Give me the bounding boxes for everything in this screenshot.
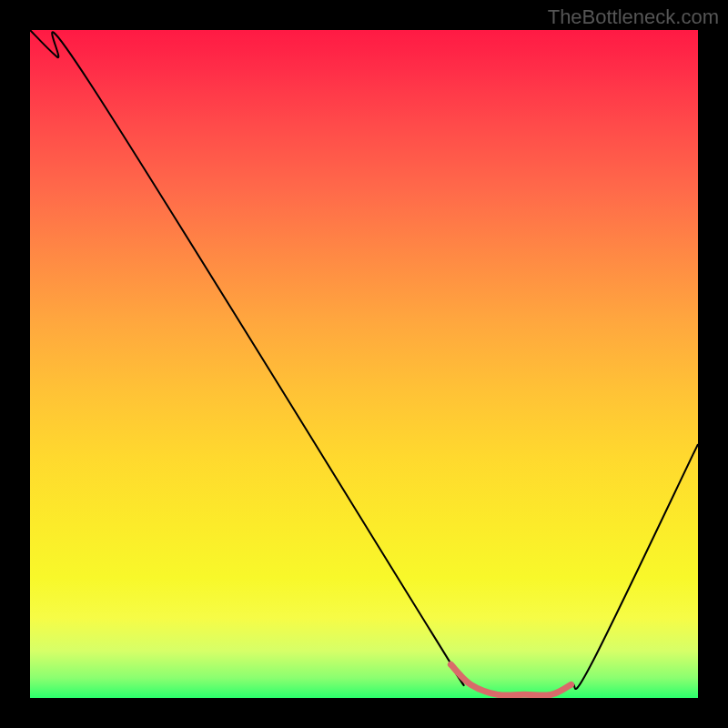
chart-svg [30,30,698,698]
bottleneck-curve-line [30,30,698,695]
watermark-text: TheBottleneck.com [548,5,719,29]
minimum-band-marker [450,664,571,695]
chart-plot-area [30,30,698,698]
